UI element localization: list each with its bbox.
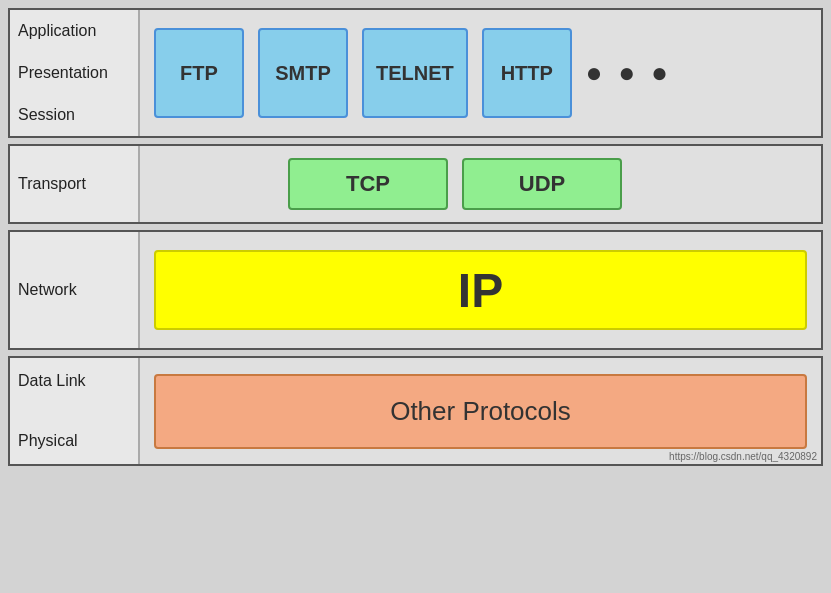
other-protocols-box: Other Protocols: [154, 374, 807, 449]
watermark: https://blog.csdn.net/qq_4320892: [669, 451, 817, 462]
network-row: Network IP: [8, 230, 823, 350]
session-label: Session: [16, 102, 132, 128]
physical-label: Physical: [16, 428, 132, 454]
transport-row: Transport TCP UDP: [8, 144, 823, 224]
app-layer-content: FTP SMTP TELNET HTTP ● ● ●: [140, 10, 821, 136]
datalink-physical-row: Data Link Physical Other Protocols https…: [8, 356, 823, 466]
datalink-label-area: Data Link Physical: [10, 358, 140, 464]
ip-box: IP: [154, 250, 807, 330]
ftp-box: FTP: [154, 28, 244, 118]
presentation-label: Presentation: [16, 60, 132, 86]
udp-box: UDP: [462, 158, 622, 210]
telnet-box: TELNET: [362, 28, 468, 118]
more-dots: ● ● ●: [586, 57, 672, 89]
network-label: Network: [16, 277, 132, 303]
transport-label: Transport: [16, 171, 132, 197]
network-label-area: Network: [10, 232, 140, 348]
transport-content: TCP UDP: [140, 146, 821, 222]
tcp-box: TCP: [288, 158, 448, 210]
datalink-label: Data Link: [16, 368, 132, 394]
smtp-box: SMTP: [258, 28, 348, 118]
application-label: Application: [16, 18, 132, 44]
transport-label-area: Transport: [10, 146, 140, 222]
app-layer-labels: Application Presentation Session: [10, 10, 140, 136]
datalink-content: Other Protocols: [140, 358, 821, 464]
app-presentation-session-row: Application Presentation Session FTP SMT…: [8, 8, 823, 138]
network-content: IP: [140, 232, 821, 348]
http-box: HTTP: [482, 28, 572, 118]
